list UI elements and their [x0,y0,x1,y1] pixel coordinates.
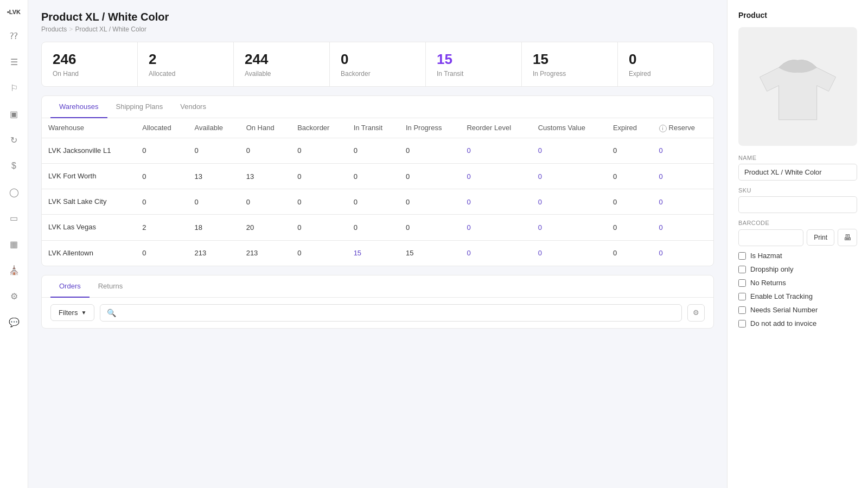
table-icon[interactable]: ▦ [7,236,22,252]
td-customs-value: 0 [532,138,607,163]
product-tshirt-svg [750,39,845,134]
stat-expired: 0 Expired [618,42,713,86]
stat-in-progress: 15 In Progress [522,42,618,86]
td-available: 213 [188,240,240,266]
checkbox-row: Dropship only [738,265,857,273]
checkbox-no-returns[interactable] [738,279,746,287]
checkbox-enable-lot-tracking[interactable] [738,293,746,300]
stat-in-progress-value: 15 [533,51,607,68]
filters-label: Filters [59,309,78,317]
breadcrumb-parent[interactable]: Products [41,25,67,33]
col-on-hand: On Hand [240,118,291,138]
sku-input[interactable] [738,196,857,213]
right-panel: Product Name SKU Barcode Print 🖶 Is Hazm… [727,0,868,488]
chat-icon[interactable]: 💬 [7,314,22,330]
td-expired: 0 [607,240,653,266]
search-icon: 🔍 [107,309,116,317]
td-in-progress: 0 [399,138,460,163]
stat-backorder: 0 Backorder [330,42,426,86]
td-in-transit: 0 [347,138,399,163]
stats-row: 246 On Hand 2 Allocated 244 Available 0 … [41,42,714,87]
stat-on-hand: 246 On Hand [42,42,138,86]
col-in-transit: In Transit [347,118,399,138]
dollar-icon[interactable]: $ [7,158,22,174]
list-icon[interactable]: ☰ [7,54,22,69]
page-title: Product XL / White Color [41,11,714,23]
orders-filters: Filters ▼ 🔍 ⚙ [42,298,713,328]
filters-button[interactable]: Filters ▼ [50,304,94,321]
tab-orders[interactable]: Orders [50,275,90,298]
stat-on-hand-label: On Hand [53,70,126,78]
checkbox-label: Is Hazmat [750,252,782,260]
td-in-progress: 0 [399,163,460,189]
layers-icon[interactable]: ▭ [7,210,22,226]
checkbox-is-hazmat[interactable] [738,252,746,260]
td-in-transit: 15 [347,240,399,266]
td-reserve: 0 [653,138,713,163]
tab-warehouses[interactable]: Warehouses [50,96,107,118]
stat-allocated-value: 2 [149,51,222,68]
td-allocated: 0 [136,189,188,215]
stat-allocated-label: Allocated [149,70,222,78]
checkbox-row: No Returns [738,279,857,287]
search-bar: 🔍 [100,304,682,322]
td-warehouse: LVK Allentown [42,240,136,266]
stat-expired-label: Expired [629,70,703,78]
reserve-info-icon[interactable]: i [659,125,667,132]
td-available: 18 [188,215,240,240]
checkbox-row: Enable Lot Tracking [738,292,857,300]
td-available: 0 [188,189,240,215]
td-reserve: 0 [653,215,713,240]
checkbox-row: Is Hazmat [738,252,857,260]
box-icon[interactable]: ▣ [7,106,22,121]
td-reserve: 0 [653,189,713,215]
printer-icon: 🖶 [844,233,851,242]
checkbox-do-not-add-to-invoice[interactable] [738,320,746,328]
table-row: LVK Allentown 0 213 213 0 15 15 0 0 0 0 [42,240,713,266]
checkbox-dropship-only[interactable] [738,266,746,273]
gear-button[interactable]: ⚙ [687,304,705,322]
app-logo: •LVK [7,9,21,15]
barcode-input[interactable] [738,229,803,246]
td-in-transit: 0 [347,163,399,189]
warehouses-card: Warehouses Shipping Plans Vendors Wareho… [41,95,714,266]
gear-icon: ⚙ [693,309,699,317]
col-expired: Expired [607,118,653,138]
warehouse-icon[interactable]: ⛪ [7,262,22,278]
td-on-hand: 13 [240,163,291,189]
td-reserve: 0 [653,163,713,189]
tab-vendors[interactable]: Vendors [171,96,215,118]
tab-shipping-plans[interactable]: Shipping Plans [107,96,172,118]
table-row: LVK Fort Worth 0 13 13 0 0 0 0 0 0 0 [42,163,713,189]
td-allocated: 0 [136,240,188,266]
td-backorder: 0 [291,240,347,266]
col-backorder: Backorder [291,118,347,138]
barcode-row: Print 🖶 [738,229,857,246]
td-reorder-level: 0 [460,138,531,163]
td-in-progress: 0 [399,189,460,215]
name-input[interactable] [738,164,857,181]
col-reorder-level: Reorder Level [460,118,531,138]
tag-icon[interactable]: ⚐ [7,80,22,95]
td-warehouse: LVK Salt Lake City [42,189,136,215]
settings-icon[interactable]: ⚙ [7,288,22,304]
td-backorder: 0 [291,215,347,240]
refresh-icon[interactable]: ↻ [7,132,22,147]
product-image [738,27,857,146]
sku-label: SKU [738,187,857,194]
td-warehouse: LVK Fort Worth [42,163,136,189]
search-input[interactable] [120,309,675,317]
checkbox-label: Needs Serial Number [750,306,818,314]
print-icon-button[interactable]: 🖶 [838,229,857,246]
tab-returns[interactable]: Returns [90,275,132,298]
circle-icon[interactable]: ◯ [7,184,22,200]
checkbox-needs-serial-number[interactable] [738,306,746,314]
td-reorder-level: 0 [460,240,531,266]
checkbox-label: Dropship only [750,265,794,273]
warehouse-table-wrap: Warehouse Allocated Available On Hand Ba… [42,118,713,266]
checkbox-row: Do not add to invoice [738,319,857,328]
print-button[interactable]: Print [807,229,834,246]
td-reorder-level: 0 [460,189,531,215]
grid-icon[interactable]: ⁇ [7,28,22,43]
td-expired: 0 [607,138,653,163]
